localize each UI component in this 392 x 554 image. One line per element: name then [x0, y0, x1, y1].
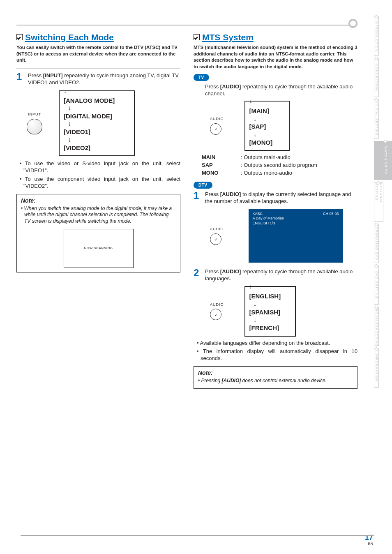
- arrow-down-icon: [249, 97, 254, 102]
- side-tab[interactable]: OPTIONAL SETTING: [374, 182, 383, 222]
- side-tab[interactable]: OPERATING DVD: [374, 224, 379, 263]
- lang-bullet-list: Available languages differ depending on …: [197, 340, 357, 362]
- def-row: SAPOutputs second audio program: [202, 162, 357, 169]
- step-number: 1: [16, 72, 25, 86]
- arrow-down-icon: [249, 282, 254, 287]
- side-tab[interactable]: INFORMATION: [374, 349, 379, 388]
- footer-rule: [21, 535, 374, 536]
- dtv-step-2: 2 Press [AUDIO] repeatedly to cycle thro…: [194, 268, 357, 282]
- cycle-item: [MONO]: [249, 138, 285, 147]
- arrow-down-icon: ↓: [254, 132, 285, 137]
- audio-button-label: AUDIO: [210, 117, 224, 122]
- tv-audio-diagram: AUDIO ♪ [MAIN] ↓ [SAP] ↓ [MONO]: [210, 101, 357, 151]
- page-number: 17: [365, 533, 373, 542]
- page-footer: 17 EN: [365, 533, 373, 547]
- tv-cycle: [MAIN] ↓ [SAP] ↓ [MONO]: [244, 101, 290, 151]
- scanning-text: NOW SCANNING: [84, 246, 113, 250]
- audio-button: AUDIO ♪: [210, 302, 224, 321]
- cycle-item: [MAIN]: [249, 107, 285, 115]
- audio-button-icon: ♪: [210, 123, 221, 135]
- step-text: Press [INPUT] repeatedly to cycle throug…: [28, 72, 180, 86]
- note-text: Pressing [AUDIO] does not control extern…: [198, 378, 353, 384]
- def-row: MONOOutputs mono-audio: [202, 170, 357, 177]
- note-title: Note:: [198, 369, 353, 376]
- bullet-item: To use the component video input jack on…: [20, 176, 180, 190]
- audio-button-label: AUDIO: [210, 302, 224, 307]
- dtv-step-1: 1 Press [AUDIO] to display the currently…: [194, 191, 357, 205]
- def-row: MAINOutputs main-audio: [202, 154, 357, 161]
- cycle-item: [VIDEO1]: [64, 128, 130, 136]
- step-text: Press [AUDIO] to display the currently s…: [205, 191, 357, 205]
- lang-cycle: [ENGLISH] ↓ [SPANISH] ↓ [FRENCH]: [244, 286, 296, 336]
- side-tab[interactable]: DVD SETTING: [374, 265, 379, 305]
- note-box: Note: When you switch the analog mode to…: [16, 194, 180, 272]
- audio-button: AUDIO ♪: [210, 227, 224, 245]
- right-column: MTS System MTS (multichannel television …: [194, 32, 357, 389]
- input-button-icon: [27, 119, 42, 134]
- definitions: MAINOutputs main-audio SAPOutputs second…: [194, 154, 357, 177]
- cycle-item: [FRENCH]: [249, 324, 291, 332]
- lang-diagram: AUDIO ♪ [ENGLISH] ↓ [SPANISH] ↓ [FRENCH]: [210, 286, 357, 336]
- audio-button-label: AUDIO: [210, 227, 224, 232]
- audio-button-icon: ♪: [210, 309, 221, 320]
- arrow-down-icon: ↓: [68, 106, 130, 111]
- tv-pill: TV: [194, 74, 209, 81]
- input-diagram: INPUT [ANALOG MODE] ↓ [DIGITAL MODE] ↓ […: [27, 90, 180, 156]
- heading-text: MTS System: [202, 32, 254, 43]
- side-tab[interactable]: INITIAL SETTING: [374, 99, 379, 138]
- top-rule: [16, 25, 357, 25]
- checkbox-icon: [194, 34, 200, 40]
- side-tabs: INTRODUCTIONCONNECTIONINITIAL SETTINGWAT…: [374, 16, 392, 390]
- bullet-item: Available languages differ depending on …: [197, 340, 357, 347]
- heading-mts: MTS System: [194, 32, 357, 43]
- intro-text: You can easily switch with the remote co…: [16, 44, 180, 64]
- note-box: Note: Pressing [AUDIO] does not control …: [194, 366, 357, 389]
- bullet-item: To use the video or S-video input jack o…: [20, 160, 180, 174]
- page-content: Switching Each Mode You can easily switc…: [16, 25, 357, 389]
- cycle-item: [SAP]: [249, 122, 285, 131]
- mode-cycle: [ANALOG MODE] ↓ [DIGITAL MODE] ↓ [VIDEO1…: [59, 90, 135, 156]
- step-1: 1 Press [INPUT] repeatedly to cycle thro…: [16, 72, 180, 86]
- step-text: Press [AUDIO] repeatedly to cycle throug…: [205, 268, 357, 282]
- side-tab[interactable]: CONNECTION: [374, 58, 379, 97]
- arrow-down-icon: ↓: [68, 137, 130, 143]
- left-column: Switching Each Mode You can easily switc…: [16, 32, 180, 389]
- input-button-label: INPUT: [27, 112, 42, 117]
- heading-text: Switching Each Mode: [25, 32, 114, 43]
- side-tab[interactable]: INTRODUCTION: [374, 16, 379, 55]
- arrow-down-icon: ↓: [68, 121, 130, 127]
- osd-line: A Day of Memories: [253, 216, 339, 221]
- audio-button: AUDIO ♪: [210, 117, 224, 135]
- cycle-item: [DIGITAL MODE]: [64, 112, 130, 120]
- osd-line: ENGLISH 1/3: [253, 221, 339, 226]
- arrow-down-icon: [64, 87, 69, 92]
- step-number: 1: [194, 191, 203, 205]
- note-title: Note:: [21, 197, 176, 204]
- osd-screen: KABC A Day of Memories ENGLISH 1/3 CH 95…: [249, 209, 343, 263]
- bullet-item: The information display will automatical…: [197, 348, 357, 362]
- heading-switching-mode: Switching Each Mode: [16, 32, 180, 43]
- dtv-pill: DTV: [194, 182, 212, 189]
- checkbox-icon: [16, 34, 23, 40]
- side-tab[interactable]: WATCHING TV: [374, 141, 392, 180]
- divider: [16, 69, 180, 69]
- cycle-item: [ANALOG MODE]: [64, 97, 130, 105]
- tv-step-text: Press [AUDIO] repeatedly to cycle throug…: [194, 83, 357, 97]
- arrow-down-icon: ↓: [254, 317, 291, 323]
- dtv-osd-diagram: AUDIO ♪ KABC A Day of Memories ENGLISH 1…: [210, 209, 357, 263]
- cycle-item: [SPANISH]: [249, 308, 291, 316]
- step-number: 2: [194, 268, 203, 282]
- audio-button-icon: ♪: [210, 233, 221, 245]
- side-tab[interactable]: TROUBLESHOOTING: [374, 307, 379, 346]
- bullet-list: To use the video or S-video input jack o…: [20, 160, 180, 190]
- scanning-screen: NOW SCANNING: [64, 229, 134, 268]
- arrow-down-icon: ↓: [254, 302, 291, 307]
- input-button: INPUT: [27, 112, 42, 134]
- note-text: When you switch the analog mode to the d…: [21, 205, 176, 225]
- arrow-down-icon: ↓: [254, 116, 285, 122]
- page-lang: EN: [365, 542, 373, 547]
- cycle-item: [ENGLISH]: [249, 292, 291, 300]
- intro-text: MTS (multichannel television sound) syst…: [194, 44, 357, 70]
- osd-channel: CH 95-03: [323, 212, 339, 217]
- corner-decoration: [348, 19, 357, 28]
